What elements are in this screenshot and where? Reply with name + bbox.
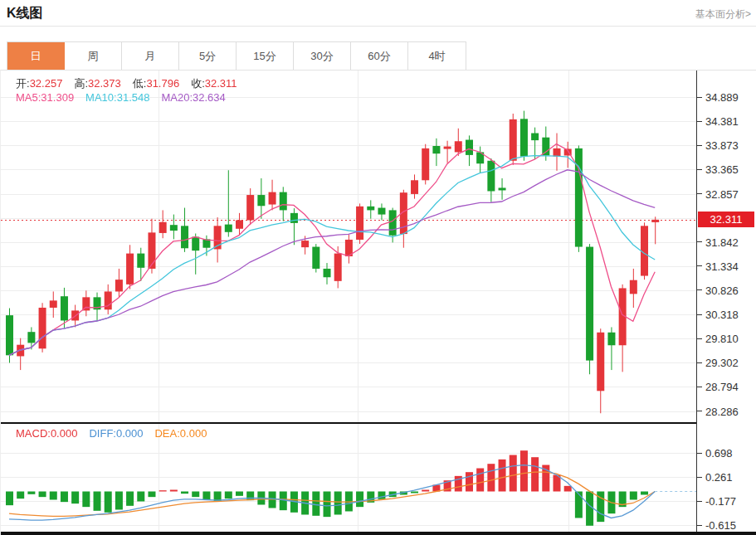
readout-value: 31.796 (146, 77, 179, 90)
axis-tick-mark (696, 145, 702, 146)
axis-tick-mark (696, 338, 702, 339)
readout-label: MACD: (16, 427, 51, 440)
axis-tick-mark (696, 241, 702, 242)
axis-tick-label: 34.381 (705, 115, 739, 128)
readout-value: 0.000 (51, 427, 78, 440)
page-title: K线图 (7, 5, 43, 22)
axis-tick-label: 31.334 (705, 260, 739, 272)
axis-tick-label: 34.889 (705, 91, 739, 104)
candlestick-macd-canvas[interactable] (1, 71, 696, 535)
tab-5分[interactable]: 5分 (179, 42, 237, 70)
bottom-scroll-bar[interactable] (1, 532, 756, 535)
readout-value: 32.373 (88, 77, 121, 90)
axis-tick-label: 33.873 (705, 139, 739, 152)
axis-tick-mark (696, 362, 702, 363)
axis-tick-label: 31.842 (705, 236, 739, 248)
chart-area: 开:32.257高:32.373低:31.796收:32.311 MA5:31.… (0, 70, 756, 535)
readout-value: 0.000 (116, 427, 144, 440)
axis-tick-mark (696, 265, 702, 266)
readout-label: MA20: (161, 91, 193, 104)
axis-tick-label: 28.794 (705, 381, 739, 393)
readout-label: 开: (16, 77, 30, 90)
tab-30分[interactable]: 30分 (294, 42, 351, 70)
readout-label: MA5: (16, 91, 41, 104)
readout-value: 32.257 (30, 77, 63, 90)
axis-tick-label: 29.810 (705, 333, 739, 345)
readout-value: 0.000 (180, 427, 207, 440)
axis-tick-label: 0.261 (705, 471, 733, 484)
axis-tick-mark (696, 121, 702, 122)
tab-4时[interactable]: 4时 (408, 42, 466, 70)
axis-tick-mark (696, 289, 702, 290)
macd-readout: MACD:0.000DIFF:0.000DEA:0.000 (16, 427, 218, 440)
readout-value: 31.309 (41, 91, 74, 104)
tab-日[interactable]: 日 (7, 42, 65, 70)
header-divider (0, 26, 756, 27)
axis-tick-label: 30.826 (705, 284, 739, 296)
axis-tick-label: 32.857 (705, 187, 739, 200)
axis-tick-label: 30.318 (705, 309, 739, 321)
price-axis-line (696, 71, 697, 532)
axis-tick-mark (696, 387, 702, 387)
axis-tick-label: 29.302 (705, 357, 739, 369)
axis-tick-label: 0.698 (705, 447, 733, 460)
ohlc-readout: 开:32.257高:32.373低:31.796收:32.311 (16, 76, 249, 91)
tab-15分[interactable]: 15分 (237, 42, 294, 70)
fundamental-analysis-link[interactable]: 基本面分析> (695, 7, 751, 22)
axis-tick-label: 33.365 (705, 163, 739, 176)
panel-separator (1, 422, 696, 424)
readout-label: DEA: (154, 427, 179, 440)
axis-tick-mark (696, 453, 702, 454)
readout-value: 32.311 (205, 77, 237, 90)
kline-widget: K线图 基本面分析> 日周月5分15分30分60分4时 开:32.257高:32… (0, 0, 756, 535)
axis-tick-mark (696, 169, 702, 170)
current-price-badge: 32.311 (698, 212, 754, 227)
axis-tick-mark (696, 477, 702, 478)
ma-readout: MA5:31.309MA10:31.548MA20:32.634 (16, 91, 237, 104)
tab-60分[interactable]: 60分 (351, 42, 408, 70)
period-tabbar: 日周月5分15分30分60分4时 (7, 41, 466, 71)
readout-label: 收: (191, 77, 205, 90)
axis-tick-mark (696, 501, 702, 502)
readout-label: 高: (74, 77, 88, 90)
readout-label: MA10: (85, 91, 117, 104)
tab-月[interactable]: 月 (122, 42, 179, 70)
axis-tick-mark (696, 314, 702, 315)
axis-tick-mark (696, 411, 702, 411)
axis-tick-label: -0.177 (705, 495, 736, 508)
readout-value: 31.548 (117, 91, 150, 104)
readout-value: 32.634 (193, 91, 226, 104)
axis-tick-mark (696, 525, 702, 526)
axis-tick-label: 28.286 (705, 405, 739, 417)
tab-周[interactable]: 周 (65, 42, 122, 70)
axis-tick-label: -0.615 (705, 519, 736, 532)
axis-tick-mark (696, 193, 702, 194)
axis-tick-mark (696, 97, 702, 98)
readout-label: DIFF: (89, 427, 116, 440)
readout-label: 低: (133, 77, 147, 90)
